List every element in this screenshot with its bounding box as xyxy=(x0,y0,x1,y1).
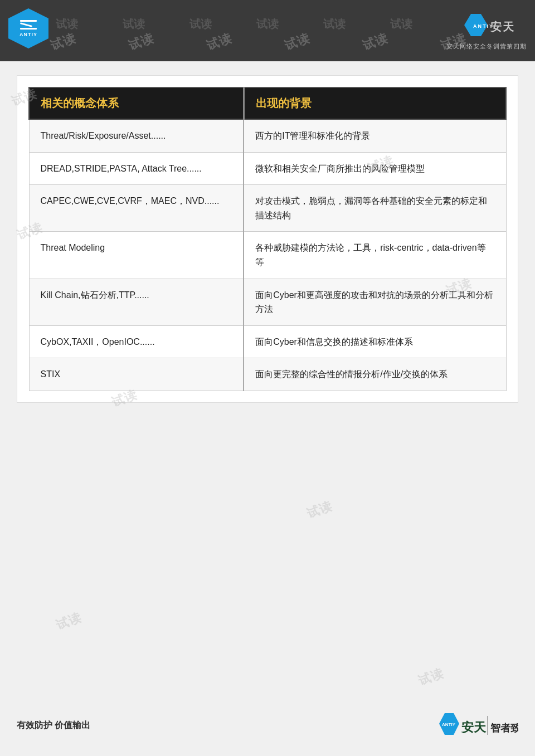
table-cell-left-2: CAPEC,CWE,CVE,CVRF，MAEC，NVD...... xyxy=(29,185,244,232)
table-cell-right-2: 对攻击模式，脆弱点，漏洞等各种基础的安全元素的标定和描述结构 xyxy=(244,185,506,232)
header-wm-6: 试读 xyxy=(390,17,412,32)
table-row: DREAD,STRIDE,PASTA, Attack Tree......微软和… xyxy=(29,152,506,185)
header-wm-2: 试读 xyxy=(123,17,145,32)
svg-text:智者致远: 智者致远 xyxy=(490,723,518,734)
logo-text: ANTIY xyxy=(20,32,37,37)
header-wm-1: 试读 xyxy=(56,17,78,32)
table-row: STIX面向更完整的综合性的情报分析/作业/交换的体系 xyxy=(29,358,506,391)
table-cell-left-3: Threat Modeling xyxy=(29,232,244,279)
table-cell-right-6: 面向更完整的综合性的情报分析/作业/交换的体系 xyxy=(244,358,506,391)
table-cell-right-3: 各种威胁建模的方法论，工具，risk-centric，data-driven等等 xyxy=(244,232,506,279)
table-cell-right-0: 西方的IT管理和标准化的背景 xyxy=(244,119,506,152)
watermark-14: 试读 xyxy=(416,665,446,690)
table-cell-left-6: STIX xyxy=(29,358,244,391)
table-row: CybOX,TAXII，OpenIOC......面向Cyber和信息交换的描述… xyxy=(29,325,506,358)
table-cell-right-4: 面向Cyber和更高强度的攻击和对抗的场景的分析工具和分析方法 xyxy=(244,279,506,325)
table-row: Kill Chain,钻石分析,TTP......面向Cyber和更高强度的攻击… xyxy=(29,279,506,325)
table-cell-left-1: DREAD,STRIDE,PASTA, Attack Tree...... xyxy=(29,152,244,185)
header-brand-name: ANTIY 安天 xyxy=(460,11,527,42)
table-row: Threat Modeling各种威胁建模的方法论，工具，risk-centri… xyxy=(29,232,506,279)
svg-text:安天: 安天 xyxy=(490,21,515,33)
main-content: 相关的概念体系 出现的背景 Threat/Risk/Exposure/Asset… xyxy=(17,75,518,403)
header: 试读 试读 试读 试读 试读 试读 ANTIY ANTIY 安天 安天网络安全冬… xyxy=(0,0,535,61)
footer-left-text: 有效防护 价值输出 xyxy=(17,720,90,731)
header-logo: ANTIY xyxy=(8,8,53,53)
header-brand-sub: 安天网络安全冬训营第四期 xyxy=(446,42,527,51)
header-right-logo: ANTIY 安天 安天网络安全冬训营第四期 xyxy=(446,11,527,51)
table-header-right: 出现的背景 xyxy=(244,87,506,119)
table-cell-left-4: Kill Chain,钻石分析,TTP...... xyxy=(29,279,244,325)
footer: 有效防护 价值输出 ANTIY 安天 智者致远 xyxy=(17,711,518,739)
header-wm-5: 试读 xyxy=(323,17,346,32)
svg-text:安天: 安天 xyxy=(460,720,487,734)
svg-text:ANTIY: ANTIY xyxy=(442,722,456,727)
concept-table: 相关的概念体系 出现的背景 Threat/Risk/Exposure/Asset… xyxy=(28,87,507,391)
table-cell-right-5: 面向Cyber和信息交换的描述和标准体系 xyxy=(244,325,506,358)
table-row: CAPEC,CWE,CVE,CVRF，MAEC，NVD......对攻击模式，脆… xyxy=(29,185,506,232)
table-cell-left-0: Threat/Risk/Exposure/Asset...... xyxy=(29,119,244,152)
table-cell-right-1: 微软和相关安全厂商所推出的风险管理模型 xyxy=(244,152,506,185)
header-wm-4: 试读 xyxy=(256,17,279,32)
table-header-left: 相关的概念体系 xyxy=(29,87,244,119)
footer-right: ANTIY 安天 智者致远 xyxy=(435,711,518,739)
table-row: Threat/Risk/Exposure/Asset......西方的IT管理和… xyxy=(29,119,506,152)
watermark-13: 试读 xyxy=(54,609,84,634)
watermark-12: 试读 xyxy=(304,498,335,523)
header-wm-3: 试读 xyxy=(189,17,212,32)
table-cell-left-5: CybOX,TAXII，OpenIOC...... xyxy=(29,325,244,358)
